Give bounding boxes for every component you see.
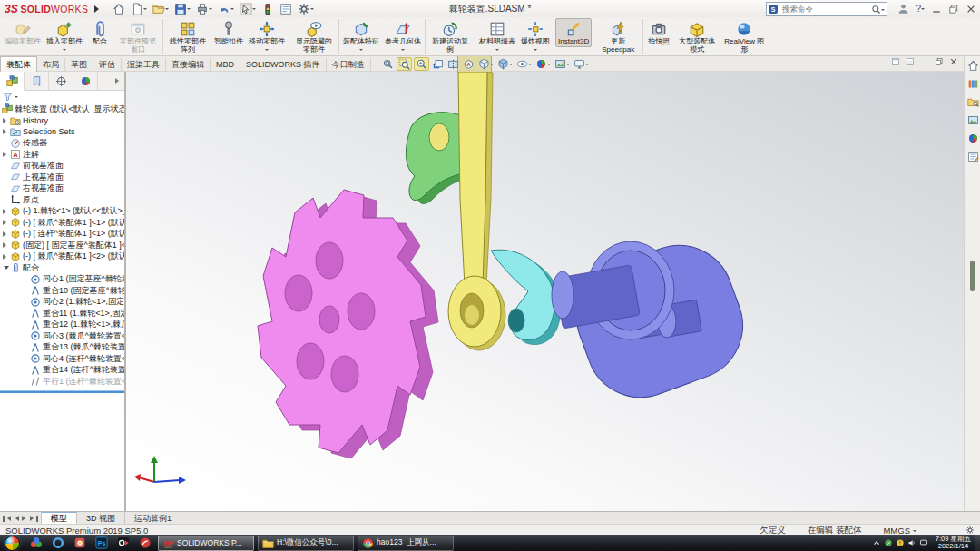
headsup-edit-appearance-button[interactable] bbox=[534, 57, 552, 71]
mdi-restore-button[interactable] bbox=[935, 57, 944, 66]
tree-item[interactable]: 同心1 (固定基座^棘轮装置<1>, bbox=[0, 274, 124, 286]
tree-filter-button[interactable] bbox=[3, 92, 13, 102]
headsup-apply-scene-button[interactable] bbox=[554, 57, 571, 71]
taskpane-scrollbar-thumb[interactable] bbox=[970, 261, 975, 291]
tree-item[interactable]: 重合10 (固定基座^棘轮装置<1 bbox=[0, 285, 124, 297]
part-connecting-rod[interactable] bbox=[448, 72, 505, 350]
tab-装配体[interactable]: 装配体 bbox=[0, 56, 37, 72]
tree-item[interactable]: History bbox=[0, 115, 124, 127]
tab-直接编辑[interactable]: 直接编辑 bbox=[166, 58, 211, 72]
taskpane-home-button[interactable] bbox=[965, 56, 980, 74]
tree-expander[interactable] bbox=[2, 242, 10, 248]
ribbon-button-insert-part[interactable]: 插入零部件 bbox=[44, 18, 85, 54]
ribbon-button-show-hidden[interactable]: 显示隐藏的零部件 bbox=[290, 18, 338, 54]
tray-tray-green-button[interactable] bbox=[884, 538, 893, 547]
qa-undo-button[interactable] bbox=[215, 1, 237, 16]
help-button[interactable]: ? bbox=[916, 4, 925, 14]
headsup-section-view-button[interactable] bbox=[446, 57, 460, 71]
close-button[interactable] bbox=[965, 4, 976, 15]
ribbon-button-motion-study[interactable]: 新建运动算例 bbox=[426, 18, 474, 54]
command-search[interactable]: S bbox=[766, 2, 887, 16]
units-dropdown[interactable]: MMGS bbox=[883, 526, 916, 536]
ribbon-button-realview[interactable]: RealView 图形 bbox=[720, 18, 768, 54]
tree-item[interactable]: 右视基准面 bbox=[0, 183, 124, 195]
mdi-close-button[interactable] bbox=[949, 57, 958, 66]
restore-button[interactable] bbox=[948, 4, 959, 15]
tree-item[interactable]: (-) [ 棘爪^装配体1 ]<2> (默认<<默 bbox=[0, 251, 124, 263]
headsup-zoom-magnify-button[interactable] bbox=[414, 57, 429, 71]
headsup-display-style-button[interactable] bbox=[496, 57, 514, 71]
model-tab-模型[interactable]: 模型 bbox=[42, 512, 77, 525]
user-account-button[interactable] bbox=[897, 3, 909, 15]
mdi-minimize-button[interactable] bbox=[920, 57, 929, 66]
ribbon-button-fastener[interactable]: 智能扣件 bbox=[211, 18, 246, 47]
manager-tab-display-manager[interactable] bbox=[74, 72, 98, 90]
start-button[interactable] bbox=[5, 536, 20, 551]
taskbar-app-app-red-round[interactable] bbox=[135, 536, 155, 550]
tree-item[interactable]: 重合12 (1.棘轮<1>,棘爪^棘轮 bbox=[0, 320, 124, 331]
taskpane-custom-properties-button[interactable] bbox=[965, 147, 980, 165]
part-ratchet-wheel[interactable] bbox=[258, 190, 438, 458]
qa-properties-button[interactable] bbox=[277, 1, 295, 16]
ribbon-button-explode[interactable]: 爆炸视图 bbox=[518, 18, 553, 54]
tree-item[interactable]: (-) 1.棘轮<1> (默认<<默认>_显示状 bbox=[0, 206, 124, 218]
tree-item[interactable]: 重合11 (1.棘轮<1>,固定基座^ bbox=[0, 308, 124, 320]
ribbon-button-instant3d[interactable]: Instant3D bbox=[555, 18, 592, 47]
tab-SOLIDWORKS 插件[interactable]: SOLIDWORKS 插件 bbox=[240, 58, 327, 72]
tab-MBD[interactable]: MBD bbox=[211, 58, 240, 72]
ribbon-button-move[interactable]: 移动零部件 bbox=[246, 18, 288, 54]
tray-tray-network-button[interactable] bbox=[919, 538, 928, 547]
taskpane-design-library-button[interactable] bbox=[965, 74, 980, 93]
taskbar-clock[interactable]: 7:09 星期五 2022/1/14 bbox=[936, 536, 971, 550]
tree-splitter[interactable] bbox=[0, 390, 124, 393]
mtn-last-button[interactable] bbox=[30, 514, 38, 524]
taskbar-task-chrome[interactable]: hao123_上网从... bbox=[358, 536, 454, 551]
mtn-prev-button[interactable] bbox=[12, 514, 20, 524]
taskbar-app-app-dark[interactable] bbox=[113, 536, 133, 550]
ribbon-button-snapshot[interactable]: 拍快照 bbox=[644, 18, 673, 47]
tree-item[interactable]: 平行1 (连杆^棘轮装置<1>,右视 bbox=[0, 376, 124, 388]
tray-tray-yellow-button[interactable] bbox=[896, 538, 905, 547]
tree-item[interactable]: 配合 bbox=[0, 262, 124, 274]
tab-渲染工具[interactable]: 渲染工具 bbox=[122, 58, 166, 72]
headsup-view-settings-button[interactable] bbox=[573, 57, 590, 71]
tray-tray-speaker-button[interactable] bbox=[907, 538, 916, 547]
qa-select-button[interactable] bbox=[237, 1, 259, 16]
qa-rebuild-button[interactable] bbox=[259, 1, 277, 16]
headsup-view-orientation-button[interactable] bbox=[477, 57, 495, 71]
tree-item[interactable]: A注解 bbox=[0, 149, 124, 161]
taskbar-app-app-blue-ring[interactable] bbox=[48, 536, 68, 550]
panel-expand-arrow[interactable] bbox=[112, 72, 124, 90]
menu-expand-arrow[interactable] bbox=[94, 5, 103, 13]
taskbar-task-solidworks[interactable]: SW2019SOLIDWORKS P... bbox=[158, 536, 254, 551]
ribbon-button-asm-features[interactable]: 装配体特征 bbox=[340, 18, 382, 54]
qa-options-button[interactable] bbox=[295, 1, 317, 16]
tree-item[interactable]: 原点 bbox=[0, 194, 124, 206]
tree-item[interactable]: 棘轮装置 (默认<默认_显示状态-1>) bbox=[0, 103, 124, 115]
search-magnifier[interactable] bbox=[871, 5, 881, 15]
tab-评估[interactable]: 评估 bbox=[93, 58, 122, 72]
tree-expander[interactable] bbox=[2, 118, 10, 123]
tree-item[interactable]: 传感器 bbox=[0, 138, 124, 150]
tree-item[interactable]: 同心2 (1.棘轮<1>,固定基座^ bbox=[0, 297, 124, 309]
minimize-button[interactable] bbox=[931, 4, 942, 15]
ribbon-button-pattern[interactable]: 线性零部件阵列 bbox=[164, 18, 211, 61]
qa-open-button[interactable] bbox=[150, 1, 172, 16]
tree-expander[interactable] bbox=[2, 254, 10, 260]
qa-home-button[interactable] bbox=[110, 1, 128, 16]
taskbar-app-photoshop[interactable]: Ps bbox=[92, 536, 112, 550]
taskpane-file-explorer-button[interactable] bbox=[965, 93, 980, 111]
ribbon-button-speedpak[interactable]: 更新 Speedpak bbox=[594, 18, 642, 54]
headsup-zoom-fit-button[interactable] bbox=[381, 57, 395, 71]
taskbar-task-folder[interactable]: H:\微信公众号\0... bbox=[258, 536, 354, 551]
qa-save-button[interactable] bbox=[172, 1, 193, 16]
qa-print-button[interactable] bbox=[193, 1, 215, 16]
filter-caret[interactable] bbox=[15, 96, 18, 100]
manager-tab-feature-manager[interactable] bbox=[0, 72, 24, 91]
tree-expander[interactable] bbox=[2, 263, 10, 272]
tree-item[interactable]: 同心3 (棘爪^棘轮装置<1>,连杆 bbox=[0, 330, 124, 342]
tree-item[interactable]: 上视基准面 bbox=[0, 172, 124, 183]
model-tab-运动算例1[interactable]: 运动算例1 bbox=[125, 512, 181, 525]
taskpane-appearances-button[interactable] bbox=[965, 129, 980, 147]
search-input[interactable] bbox=[780, 4, 871, 15]
